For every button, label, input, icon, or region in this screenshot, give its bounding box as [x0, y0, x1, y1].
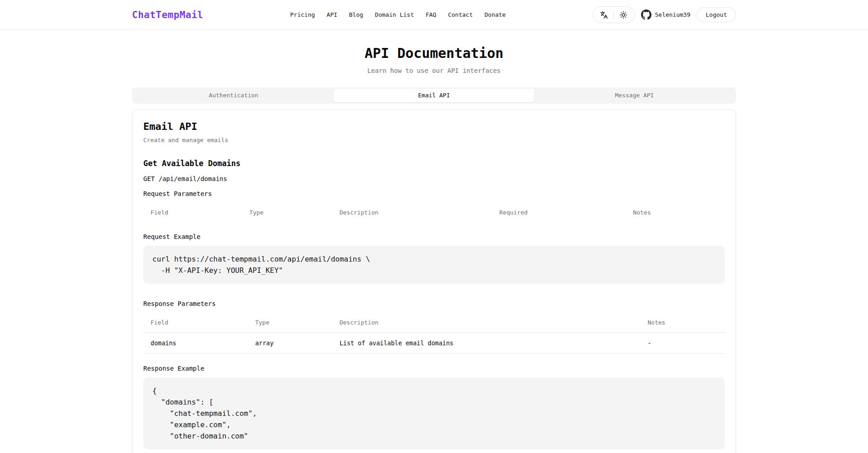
tab-email-api[interactable]: Email API	[334, 89, 534, 102]
username-label: Selenium39	[655, 11, 690, 18]
response-example-code-block: { "domains": [ "chat-tempmail.com", "exa…	[143, 377, 725, 449]
header-controls: Selenium39 Logout	[593, 6, 736, 23]
page-title: API Documentation	[0, 44, 868, 63]
cell-type: array	[248, 333, 332, 354]
response-parameters-table: Field Type Description Notes domains arr…	[143, 314, 725, 354]
column-header: Field	[143, 314, 248, 333]
email-api-panel: Email API Create and manage emails Get A…	[132, 109, 736, 453]
user-menu[interactable]: Selenium39	[641, 10, 690, 20]
cell-description: List of available email domains	[332, 333, 641, 354]
github-octocat-icon	[641, 10, 651, 20]
request-parameters-label: Request Parameters	[143, 190, 725, 197]
main-content: API Documentation Learn how to use our A…	[0, 44, 868, 453]
nav-item-blog[interactable]: Blog	[349, 11, 363, 18]
tab-message-api[interactable]: Message API	[534, 89, 735, 102]
nav-item-pricing[interactable]: Pricing	[290, 11, 315, 18]
column-header: Type	[242, 204, 332, 222]
translate-icon[interactable]	[600, 11, 608, 19]
table-header-row: Field Type Description Required Notes	[143, 204, 725, 222]
column-header: Notes	[626, 204, 725, 222]
table-row: domains array List of available email do…	[143, 333, 725, 354]
language-theme-toggle-group	[593, 6, 635, 23]
column-header: Required	[492, 204, 626, 222]
column-header: Field	[143, 204, 242, 222]
nav-item-contact[interactable]: Contact	[448, 11, 473, 18]
cell-notes: -	[641, 333, 725, 354]
column-header: Description	[332, 314, 641, 333]
sun-icon[interactable]	[619, 11, 627, 19]
divider	[613, 11, 614, 19]
section-title: Get Available Domains	[143, 159, 725, 168]
column-header: Description	[332, 204, 492, 222]
nav-item-domain-list[interactable]: Domain List	[375, 11, 414, 18]
request-example-code-block: curl https://chat-tempmail.com/api/email…	[143, 246, 725, 284]
column-header: Type	[248, 314, 332, 333]
brand-logo[interactable]: ChatTempMail	[132, 10, 203, 20]
nav-item-donate[interactable]: Donate	[485, 11, 506, 18]
top-navbar: ChatTempMail Pricing API Blog Domain Lis…	[0, 0, 868, 30]
table-header-row: Field Type Description Notes	[143, 314, 725, 333]
panel-subtitle: Create and manage emails	[143, 137, 725, 143]
main-nav: Pricing API Blog Domain List FAQ Contact…	[290, 11, 506, 18]
response-parameters-label: Response Parameters	[143, 300, 725, 307]
api-doc-tabs: Authentication Email API Message API	[132, 87, 736, 104]
column-header: Notes	[641, 314, 725, 333]
cell-field: domains	[143, 333, 248, 354]
request-example-label: Request Example	[143, 233, 725, 240]
nav-item-faq[interactable]: FAQ	[425, 11, 436, 18]
logout-button[interactable]: Logout	[697, 7, 736, 22]
tab-authentication[interactable]: Authentication	[133, 89, 334, 102]
page-hero: API Documentation Learn how to use our A…	[0, 44, 868, 74]
nav-item-api[interactable]: API	[327, 11, 337, 18]
endpoint-path: GET /api/email/domains	[143, 175, 725, 182]
panel-title: Email API	[143, 120, 725, 134]
request-parameters-table: Field Type Description Required Notes	[143, 204, 725, 222]
response-example-label: Response Example	[143, 365, 725, 372]
page-subtitle: Learn how to use our API interfaces	[0, 67, 868, 74]
